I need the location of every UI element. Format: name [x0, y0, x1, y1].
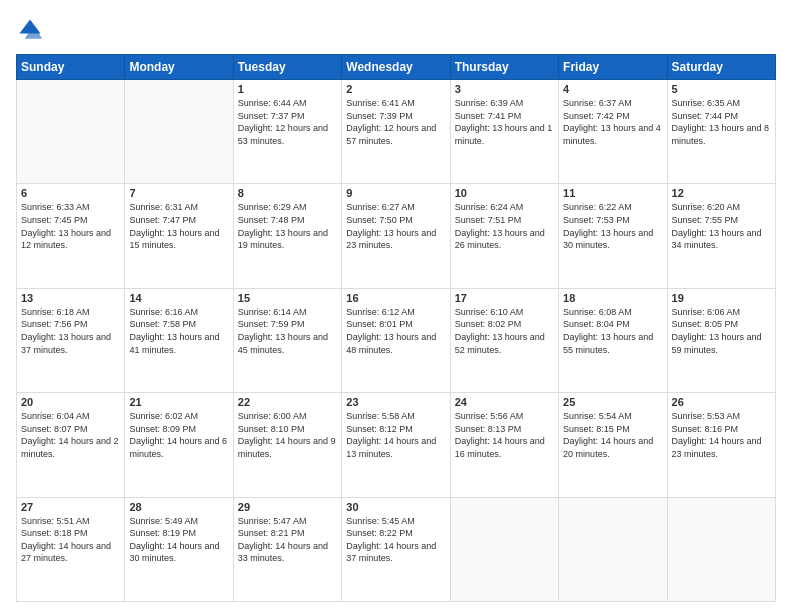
calendar-day-cell: 7Sunrise: 6:31 AM Sunset: 7:47 PM Daylig… — [125, 184, 233, 288]
calendar-day-cell: 12Sunrise: 6:20 AM Sunset: 7:55 PM Dayli… — [667, 184, 775, 288]
calendar-day-cell: 5Sunrise: 6:35 AM Sunset: 7:44 PM Daylig… — [667, 80, 775, 184]
day-number: 30 — [346, 501, 445, 513]
day-number: 2 — [346, 83, 445, 95]
calendar-day-cell: 24Sunrise: 5:56 AM Sunset: 8:13 PM Dayli… — [450, 393, 558, 497]
calendar-day-cell — [667, 497, 775, 601]
calendar-day-cell: 11Sunrise: 6:22 AM Sunset: 7:53 PM Dayli… — [559, 184, 667, 288]
day-number: 12 — [672, 187, 771, 199]
day-number: 18 — [563, 292, 662, 304]
day-number: 29 — [238, 501, 337, 513]
day-info: Sunrise: 6:37 AM Sunset: 7:42 PM Dayligh… — [563, 97, 662, 147]
day-info: Sunrise: 5:58 AM Sunset: 8:12 PM Dayligh… — [346, 410, 445, 460]
day-number: 7 — [129, 187, 228, 199]
day-info: Sunrise: 5:47 AM Sunset: 8:21 PM Dayligh… — [238, 515, 337, 565]
calendar-day-cell: 6Sunrise: 6:33 AM Sunset: 7:45 PM Daylig… — [17, 184, 125, 288]
calendar-day-cell: 21Sunrise: 6:02 AM Sunset: 8:09 PM Dayli… — [125, 393, 233, 497]
day-number: 10 — [455, 187, 554, 199]
calendar-day-cell: 23Sunrise: 5:58 AM Sunset: 8:12 PM Dayli… — [342, 393, 450, 497]
day-info: Sunrise: 6:00 AM Sunset: 8:10 PM Dayligh… — [238, 410, 337, 460]
day-number: 23 — [346, 396, 445, 408]
header — [16, 16, 776, 44]
calendar-day-cell: 25Sunrise: 5:54 AM Sunset: 8:15 PM Dayli… — [559, 393, 667, 497]
calendar-day-cell: 17Sunrise: 6:10 AM Sunset: 8:02 PM Dayli… — [450, 288, 558, 392]
calendar-day-header: Monday — [125, 55, 233, 80]
day-number: 28 — [129, 501, 228, 513]
day-info: Sunrise: 5:54 AM Sunset: 8:15 PM Dayligh… — [563, 410, 662, 460]
calendar-day-cell: 28Sunrise: 5:49 AM Sunset: 8:19 PM Dayli… — [125, 497, 233, 601]
day-info: Sunrise: 6:08 AM Sunset: 8:04 PM Dayligh… — [563, 306, 662, 356]
calendar-day-cell: 19Sunrise: 6:06 AM Sunset: 8:05 PM Dayli… — [667, 288, 775, 392]
calendar-week-row: 1Sunrise: 6:44 AM Sunset: 7:37 PM Daylig… — [17, 80, 776, 184]
day-number: 22 — [238, 396, 337, 408]
day-info: Sunrise: 5:49 AM Sunset: 8:19 PM Dayligh… — [129, 515, 228, 565]
day-info: Sunrise: 6:24 AM Sunset: 7:51 PM Dayligh… — [455, 201, 554, 251]
calendar-day-cell: 3Sunrise: 6:39 AM Sunset: 7:41 PM Daylig… — [450, 80, 558, 184]
calendar-day-cell: 26Sunrise: 5:53 AM Sunset: 8:16 PM Dayli… — [667, 393, 775, 497]
day-number: 14 — [129, 292, 228, 304]
day-info: Sunrise: 6:39 AM Sunset: 7:41 PM Dayligh… — [455, 97, 554, 147]
calendar-week-row: 6Sunrise: 6:33 AM Sunset: 7:45 PM Daylig… — [17, 184, 776, 288]
day-number: 16 — [346, 292, 445, 304]
calendar-day-cell: 10Sunrise: 6:24 AM Sunset: 7:51 PM Dayli… — [450, 184, 558, 288]
logo-icon — [16, 16, 44, 44]
calendar-day-cell — [125, 80, 233, 184]
day-number: 27 — [21, 501, 120, 513]
calendar-day-cell: 1Sunrise: 6:44 AM Sunset: 7:37 PM Daylig… — [233, 80, 341, 184]
calendar-day-cell: 13Sunrise: 6:18 AM Sunset: 7:56 PM Dayli… — [17, 288, 125, 392]
day-info: Sunrise: 5:45 AM Sunset: 8:22 PM Dayligh… — [346, 515, 445, 565]
calendar-day-header: Friday — [559, 55, 667, 80]
calendar-day-cell: 15Sunrise: 6:14 AM Sunset: 7:59 PM Dayli… — [233, 288, 341, 392]
day-number: 26 — [672, 396, 771, 408]
day-number: 6 — [21, 187, 120, 199]
calendar-day-cell: 16Sunrise: 6:12 AM Sunset: 8:01 PM Dayli… — [342, 288, 450, 392]
calendar-day-cell: 29Sunrise: 5:47 AM Sunset: 8:21 PM Dayli… — [233, 497, 341, 601]
day-info: Sunrise: 6:27 AM Sunset: 7:50 PM Dayligh… — [346, 201, 445, 251]
day-info: Sunrise: 6:44 AM Sunset: 7:37 PM Dayligh… — [238, 97, 337, 147]
day-number: 11 — [563, 187, 662, 199]
day-number: 8 — [238, 187, 337, 199]
day-info: Sunrise: 6:06 AM Sunset: 8:05 PM Dayligh… — [672, 306, 771, 356]
calendar-week-row: 13Sunrise: 6:18 AM Sunset: 7:56 PM Dayli… — [17, 288, 776, 392]
calendar-day-header: Tuesday — [233, 55, 341, 80]
calendar-week-row: 27Sunrise: 5:51 AM Sunset: 8:18 PM Dayli… — [17, 497, 776, 601]
calendar-day-cell: 20Sunrise: 6:04 AM Sunset: 8:07 PM Dayli… — [17, 393, 125, 497]
calendar-day-cell: 30Sunrise: 5:45 AM Sunset: 8:22 PM Dayli… — [342, 497, 450, 601]
page: SundayMondayTuesdayWednesdayThursdayFrid… — [0, 0, 792, 612]
calendar-day-cell — [17, 80, 125, 184]
day-number: 25 — [563, 396, 662, 408]
calendar-day-header: Sunday — [17, 55, 125, 80]
calendar-day-cell: 8Sunrise: 6:29 AM Sunset: 7:48 PM Daylig… — [233, 184, 341, 288]
calendar-day-cell: 2Sunrise: 6:41 AM Sunset: 7:39 PM Daylig… — [342, 80, 450, 184]
logo — [16, 16, 48, 44]
day-info: Sunrise: 6:31 AM Sunset: 7:47 PM Dayligh… — [129, 201, 228, 251]
calendar-day-cell: 18Sunrise: 6:08 AM Sunset: 8:04 PM Dayli… — [559, 288, 667, 392]
calendar-day-cell — [450, 497, 558, 601]
day-number: 1 — [238, 83, 337, 95]
day-number: 21 — [129, 396, 228, 408]
day-info: Sunrise: 6:14 AM Sunset: 7:59 PM Dayligh… — [238, 306, 337, 356]
calendar-day-cell: 14Sunrise: 6:16 AM Sunset: 7:58 PM Dayli… — [125, 288, 233, 392]
calendar-day-cell — [559, 497, 667, 601]
day-number: 15 — [238, 292, 337, 304]
calendar-table: SundayMondayTuesdayWednesdayThursdayFrid… — [16, 54, 776, 602]
day-number: 24 — [455, 396, 554, 408]
day-info: Sunrise: 6:33 AM Sunset: 7:45 PM Dayligh… — [21, 201, 120, 251]
day-info: Sunrise: 6:22 AM Sunset: 7:53 PM Dayligh… — [563, 201, 662, 251]
calendar-week-row: 20Sunrise: 6:04 AM Sunset: 8:07 PM Dayli… — [17, 393, 776, 497]
day-info: Sunrise: 6:20 AM Sunset: 7:55 PM Dayligh… — [672, 201, 771, 251]
calendar-day-header: Wednesday — [342, 55, 450, 80]
day-info: Sunrise: 6:29 AM Sunset: 7:48 PM Dayligh… — [238, 201, 337, 251]
day-number: 13 — [21, 292, 120, 304]
day-number: 4 — [563, 83, 662, 95]
day-info: Sunrise: 5:56 AM Sunset: 8:13 PM Dayligh… — [455, 410, 554, 460]
calendar-day-cell: 9Sunrise: 6:27 AM Sunset: 7:50 PM Daylig… — [342, 184, 450, 288]
day-number: 5 — [672, 83, 771, 95]
day-number: 19 — [672, 292, 771, 304]
day-info: Sunrise: 6:04 AM Sunset: 8:07 PM Dayligh… — [21, 410, 120, 460]
calendar-day-cell: 22Sunrise: 6:00 AM Sunset: 8:10 PM Dayli… — [233, 393, 341, 497]
day-number: 17 — [455, 292, 554, 304]
day-info: Sunrise: 6:35 AM Sunset: 7:44 PM Dayligh… — [672, 97, 771, 147]
day-info: Sunrise: 6:16 AM Sunset: 7:58 PM Dayligh… — [129, 306, 228, 356]
day-number: 9 — [346, 187, 445, 199]
day-info: Sunrise: 6:18 AM Sunset: 7:56 PM Dayligh… — [21, 306, 120, 356]
